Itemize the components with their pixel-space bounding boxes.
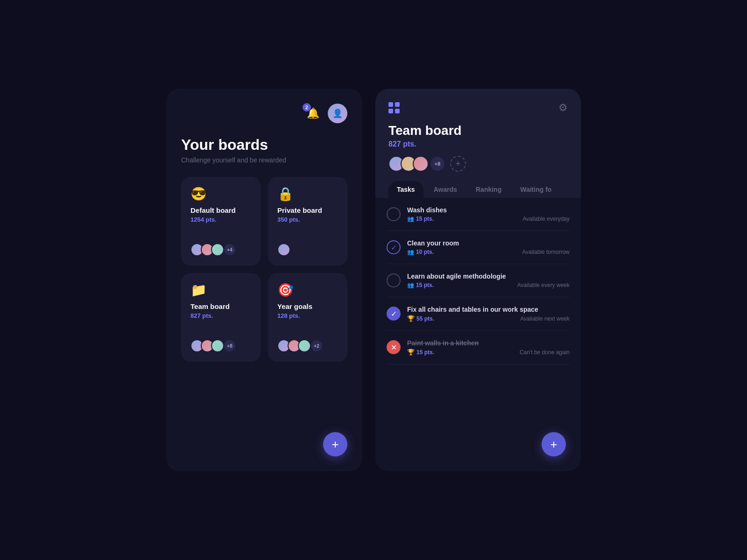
task-availability: Available next week (520, 315, 570, 322)
avatar-row: +4 (190, 243, 251, 256)
board-icon: 😎 (190, 186, 251, 202)
task-status-default (387, 207, 401, 221)
grid-dot (395, 102, 400, 107)
avatar (413, 156, 429, 172)
grid-icon (388, 102, 400, 113)
avatar-row: +2 (277, 339, 338, 352)
avatar-count: +8 (223, 339, 236, 352)
board-card-private[interactable]: 🔒 Private board 350 pts. (268, 177, 347, 266)
board-name: Default board (190, 206, 251, 214)
task-status-cancelled: ✕ (387, 340, 401, 354)
task-status-completed: ✓ (387, 307, 401, 321)
board-icon: 📁 (190, 282, 251, 298)
task-content: Fix all chairs and tables in our work sp… (407, 306, 570, 322)
avatar (298, 339, 311, 352)
notification-badge: 2 (303, 103, 311, 112)
tab-tasks[interactable]: Tasks (388, 181, 423, 198)
board-name: Team board (190, 302, 251, 310)
task-status-check: ✓ (387, 240, 401, 254)
people-icon: 👥 (407, 282, 414, 288)
board-card-year[interactable]: 🎯 Year goals 128 pts. +2 (268, 273, 347, 362)
board-pts: 1254 pts. (190, 216, 251, 223)
task-name: Clean your room (407, 239, 570, 247)
task-name: Fix all chairs and tables in our work sp… (407, 306, 570, 313)
avatar[interactable]: 👤 (328, 104, 347, 123)
task-content: Learn about agile methodologie 👥 15 pts.… (407, 273, 570, 288)
notification-button[interactable]: 2 🔔 (303, 104, 322, 123)
board-card-default[interactable]: 😎 Default board 1254 pts. +4 (181, 177, 261, 266)
task-name: Paint walls in a kitchen (407, 339, 570, 347)
task-pts: 👥 15 pts. (407, 216, 434, 222)
board-pts: 128 pts. (277, 312, 338, 319)
board-card-team[interactable]: 📁 Team board 827 pts. +8 (181, 273, 261, 362)
right-panel: ⚙ Team board 827 pts. +8 + Tasks Awards … (375, 89, 581, 471)
task-status-default (387, 273, 401, 287)
add-task-button[interactable]: + (542, 432, 566, 456)
avatar-row: +8 (190, 339, 251, 352)
grid-dot (395, 109, 400, 113)
task-meta-row: 🏆 55 pts. Available next week (407, 315, 570, 322)
task-name: Wash dishes (407, 206, 570, 214)
team-avatar-row: +8 + (388, 156, 568, 172)
avatar (211, 339, 224, 352)
task-meta-row: 👥 15 pts. Available everyday (407, 216, 570, 222)
boards-grid: 😎 Default board 1254 pts. +4 🔒 Private b… (181, 177, 347, 362)
task-meta-row: 🏆 15 pts. Can't be done again (407, 349, 570, 356)
task-availability: Available every week (517, 282, 570, 288)
task-item: ✓ Fix all chairs and tables in our work … (387, 297, 570, 331)
task-content: Wash dishes 👥 15 pts. Available everyday (407, 206, 570, 222)
avatar-count: +4 (223, 243, 236, 256)
task-content: Clean your room 👥 10 pts. Available tomo… (407, 239, 570, 255)
board-name: Year goals (277, 302, 338, 310)
right-header-top: ⚙ (388, 102, 568, 114)
grid-dot (388, 109, 393, 113)
tabs-row: Tasks Awards Ranking Waiting fo (375, 181, 581, 198)
tab-waiting[interactable]: Waiting fo (512, 181, 560, 198)
board-name: Private board (277, 206, 338, 214)
avatar-count: +8 (430, 156, 445, 172)
right-header: ⚙ Team board 827 pts. +8 + Tasks Awards … (375, 89, 581, 198)
avatar (277, 243, 290, 256)
add-member-button[interactable]: + (450, 156, 466, 172)
task-name: Learn about agile methodologie (407, 273, 570, 280)
board-pts: 350 pts. (277, 216, 338, 223)
task-item: Wash dishes 👥 15 pts. Available everyday (387, 198, 570, 231)
avatar-row (277, 243, 338, 256)
people-icon: 👥 (407, 216, 414, 222)
tab-awards[interactable]: Awards (425, 181, 465, 198)
task-pts: 🏆 55 pts. (407, 315, 434, 322)
team-board-pts: 827 pts. (388, 140, 568, 148)
add-board-button[interactable]: + (323, 432, 347, 456)
task-item: Learn about agile methodologie 👥 15 pts.… (387, 264, 570, 297)
task-availability: Available everyday (522, 216, 570, 222)
board-icon: 🔒 (277, 186, 338, 202)
board-pts: 827 pts. (190, 312, 251, 319)
task-item: ✕ Paint walls in a kitchen 🏆 15 pts. Can… (387, 331, 570, 364)
team-board-title: Team board (388, 123, 568, 138)
task-item: ✓ Clean your room 👥 10 pts. Available to… (387, 231, 570, 264)
left-panel: 2 🔔 👤 Your boards Challenge yourself and… (166, 89, 362, 471)
task-availability: Available tomorrow (522, 249, 570, 255)
task-pts: 🏆 15 pts. (407, 349, 434, 356)
avatar (211, 243, 224, 256)
task-pts: 👥 10 pts. (407, 249, 434, 255)
board-icon: 🎯 (277, 282, 338, 298)
people-icon: 👥 (407, 249, 414, 255)
left-header: 2 🔔 👤 (181, 104, 347, 123)
task-meta-row: 👥 10 pts. Available tomorrow (407, 249, 570, 255)
settings-icon[interactable]: ⚙ (558, 102, 568, 114)
tab-ranking[interactable]: Ranking (467, 181, 510, 198)
page-subtitle: Challenge yourself and be rewarded (181, 156, 347, 164)
grid-dot (388, 102, 393, 107)
tasks-list: Wash dishes 👥 15 pts. Available everyday… (375, 198, 581, 364)
task-content: Paint walls in a kitchen 🏆 15 pts. Can't… (407, 339, 570, 356)
trophy-icon: 🏆 (407, 315, 415, 322)
page-title: Your boards (181, 136, 347, 154)
task-meta-row: 👥 15 pts. Available every week (407, 282, 570, 288)
trophy-icon: 🏆 (407, 349, 415, 356)
avatar-count: +2 (310, 339, 323, 352)
task-availability: Can't be done again (520, 349, 570, 356)
task-pts: 👥 15 pts. (407, 282, 434, 288)
